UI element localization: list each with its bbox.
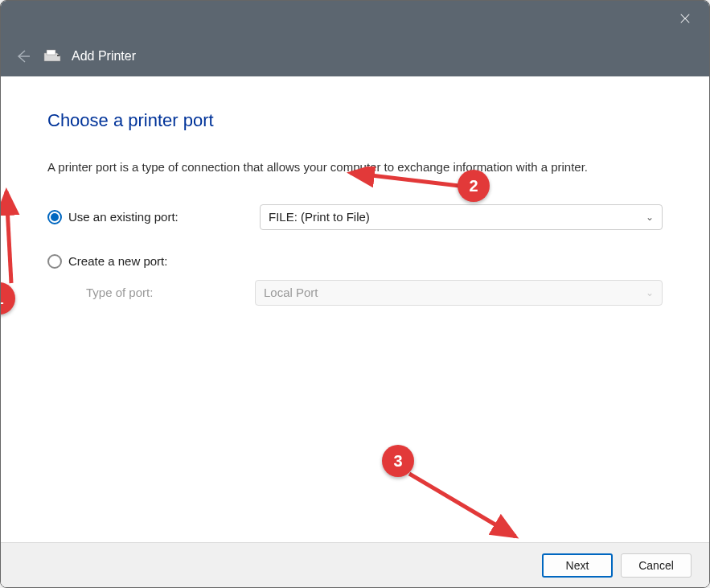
page-title: Choose a printer port (47, 110, 663, 131)
dropdown-existing-port[interactable]: FILE: (Print to File) ⌄ (260, 204, 663, 230)
annotation-badge-1: 1 (0, 282, 15, 315)
next-button[interactable]: Next (542, 553, 613, 578)
content-area: Choose a printer port A printer port is … (1, 76, 709, 542)
page-description: A printer port is a type of connection t… (47, 158, 663, 177)
back-button[interactable] (14, 47, 33, 66)
svg-rect-0 (47, 50, 55, 55)
back-arrow-icon (15, 48, 31, 64)
add-printer-window: Add Printer Choose a printer port A prin… (0, 0, 710, 588)
label-create-port[interactable]: Create a new port: (68, 254, 253, 268)
footer: Next Cancel (1, 542, 709, 587)
chevron-down-icon: ⌄ (646, 287, 654, 298)
label-existing-port[interactable]: Use an existing port: (68, 210, 253, 224)
close-button[interactable] (674, 7, 696, 30)
window-title: Add Printer (72, 49, 136, 64)
printer-icon (41, 48, 64, 64)
annotation-arrow-3 (403, 469, 531, 549)
svg-line-4 (409, 474, 515, 537)
annotation-badge-3: 3 (382, 445, 414, 477)
annotation-badge-2: 2 (458, 170, 490, 202)
option-create-port: Create a new port: (47, 254, 663, 269)
dropdown-port-type: Local Port ⌄ (255, 280, 663, 306)
header: Add Printer (1, 36, 709, 76)
close-icon (679, 13, 691, 24)
svg-rect-1 (57, 55, 60, 56)
chevron-down-icon: ⌄ (646, 212, 654, 223)
dropdown-port-type-value: Local Port (264, 286, 318, 299)
titlebar (1, 1, 709, 36)
svg-line-2 (6, 191, 11, 283)
dropdown-existing-value: FILE: (Print to File) (269, 210, 370, 224)
label-port-type: Type of port: (86, 286, 255, 299)
row-port-type: Type of port: Local Port ⌄ (47, 280, 663, 306)
annotation-arrow-1 (0, 185, 29, 290)
radio-create-port[interactable] (47, 254, 62, 269)
cancel-button[interactable]: Cancel (621, 553, 692, 578)
option-existing-port: Use an existing port: FILE: (Print to Fi… (47, 204, 663, 230)
radio-existing-port[interactable] (47, 210, 62, 224)
